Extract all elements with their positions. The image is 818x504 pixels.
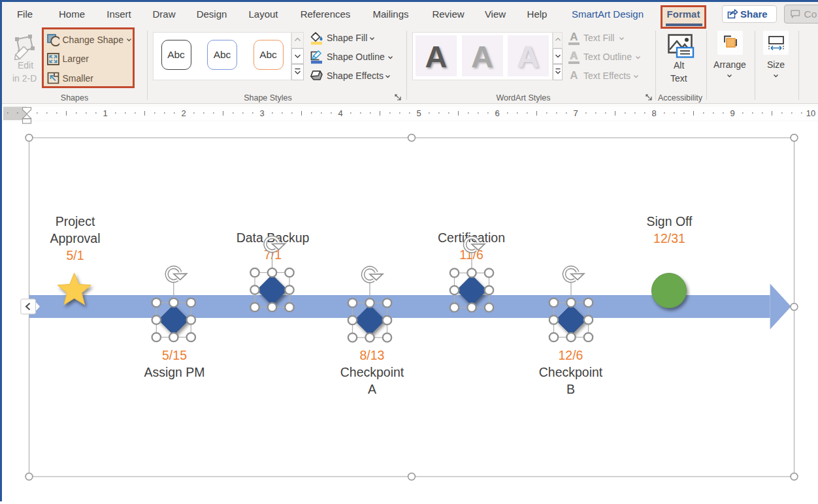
svg-text:2: 2: [181, 108, 186, 118]
svg-text:4: 4: [338, 108, 342, 118]
svg-text:1: 1: [103, 108, 107, 118]
svg-text:3: 3: [259, 108, 264, 118]
svg-text:5: 5: [416, 108, 421, 118]
svg-text:10: 10: [806, 108, 815, 118]
svg-text:7: 7: [573, 108, 578, 118]
svg-text:8: 8: [651, 108, 656, 118]
svg-text:9: 9: [730, 108, 734, 118]
svg-text:6: 6: [495, 108, 499, 118]
